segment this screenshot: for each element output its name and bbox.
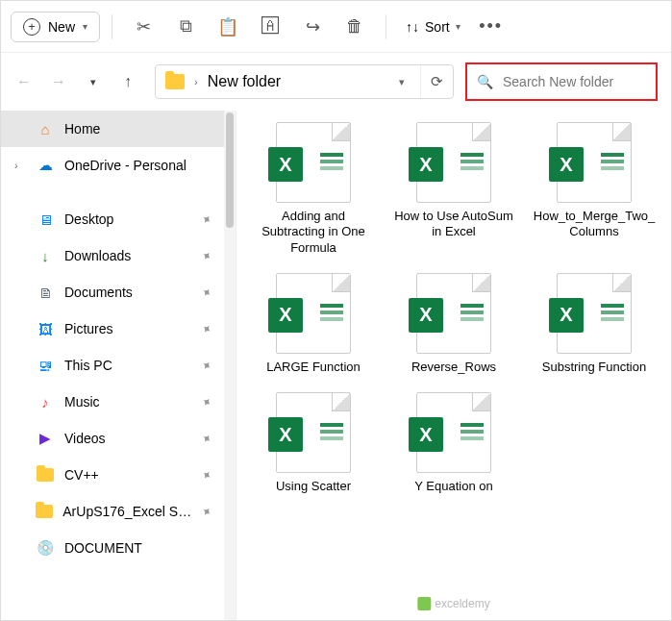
address-bar[interactable]: › New folder ▾ ⟳	[155, 64, 454, 99]
delete-icon[interactable]: 🗑	[336, 8, 374, 46]
toolbar: + New ▾ ✂ ⧉ 📋 🄰 ↪ 🗑 ↑↓ Sort ▾ •••	[1, 1, 671, 53]
excel-file-icon: X	[276, 392, 351, 473]
copy-icon[interactable]: ⧉	[166, 8, 205, 46]
file-name: Reverse_Rows	[411, 360, 496, 375]
sidebar-item-onedrive[interactable]: › ☁ OneDrive - Personal	[1, 147, 236, 184]
pin-icon: ✦	[199, 393, 216, 411]
file-name: How_to_Merge_Two_Columns	[532, 209, 657, 240]
new-button-label: New	[48, 19, 75, 35]
file-name: How to Use AutoSum in Excel	[391, 209, 516, 240]
toolbar-separator	[112, 14, 112, 39]
pin-icon: ✦	[199, 357, 216, 375]
sidebar-separator	[1, 184, 236, 201]
recent-dropdown[interactable]: ▾	[80, 68, 107, 95]
sidebar: ⌂ Home › ☁ OneDrive - Personal 🖥 Desktop…	[1, 111, 236, 621]
file-item[interactable]: X Substring Function	[527, 273, 661, 375]
cloud-icon: ☁	[36, 157, 55, 174]
excel-file-icon: X	[276, 273, 351, 354]
sidebar-item-label: Pictures	[64, 321, 113, 336]
sidebar-item-label: Desktop	[64, 211, 113, 227]
sidebar-item-label: DOCUMENT	[64, 540, 142, 556]
file-pane: X Adding and Subtracting in One Formula …	[236, 111, 671, 621]
sidebar-item-label: Documents	[64, 285, 133, 300]
sidebar-item-home[interactable]: ⌂ Home	[1, 111, 236, 147]
pin-icon: ✦	[199, 430, 216, 448]
watermark: exceldemy	[417, 597, 489, 610]
more-icon[interactable]: •••	[472, 8, 510, 46]
sidebar-item-music[interactable]: ♪ Music ✦	[1, 384, 236, 420]
search-input[interactable]: 🔍 Search New folder	[465, 62, 658, 101]
disc-icon: 💿	[36, 539, 55, 557]
search-placeholder: Search New folder	[503, 74, 613, 89]
sidebar-item-cvpp[interactable]: CV++ ✦	[1, 457, 236, 493]
sidebar-item-label: OneDrive - Personal	[64, 158, 187, 173]
cut-icon[interactable]: ✂	[124, 8, 162, 46]
music-icon: ♪	[36, 394, 55, 410]
rename-icon[interactable]: 🄰	[251, 8, 289, 46]
sidebar-item-label: ArUpS176_Excel Subs	[62, 504, 192, 519]
share-icon[interactable]: ↪	[293, 8, 332, 46]
sidebar-scrollbar[interactable]	[224, 111, 236, 621]
chevron-right-icon: ›	[194, 76, 198, 87]
chevron-down-icon: ▾	[456, 21, 460, 32]
document-icon: 🗎	[36, 285, 55, 301]
file-grid: X Adding and Subtracting in One Formula …	[246, 122, 661, 494]
paste-icon[interactable]: 📋	[209, 8, 247, 46]
nav-row: ← → ▾ ↑ › New folder ▾ ⟳ 🔍 Search New fo…	[1, 53, 671, 111]
excel-file-icon: X	[416, 273, 491, 354]
sidebar-item-label: Videos	[64, 431, 106, 446]
sidebar-item-pictures[interactable]: 🖼 Pictures ✦	[1, 310, 236, 347]
excel-file-icon: X	[276, 122, 351, 203]
file-item[interactable]: X Using Scatter	[246, 392, 381, 494]
up-button[interactable]: ↑	[114, 68, 141, 95]
sidebar-item-label: CV++	[64, 467, 99, 483]
body: ⌂ Home › ☁ OneDrive - Personal 🖥 Desktop…	[1, 111, 671, 621]
pin-icon: ✦	[199, 247, 216, 265]
folder-icon	[36, 468, 55, 482]
file-name: Y Equation on	[414, 479, 492, 494]
chevron-right-icon[interactable]: ›	[14, 160, 26, 171]
pictures-icon: 🖼	[36, 321, 55, 337]
chevron-down-icon[interactable]: ▾	[399, 76, 411, 88]
plus-circle-icon: +	[23, 18, 40, 36]
file-item[interactable]: X Y Equation on	[386, 392, 521, 494]
file-item[interactable]: X Reverse_Rows	[386, 273, 521, 375]
excel-file-icon: X	[416, 392, 491, 473]
path-segment[interactable]: New folder	[208, 73, 281, 90]
sidebar-item-label: Music	[64, 394, 100, 410]
file-item[interactable]: X LARGE Function	[246, 273, 381, 375]
sidebar-item-videos[interactable]: ▶ Videos ✦	[1, 420, 236, 457]
watermark-text: exceldemy	[435, 597, 489, 610]
toolbar-separator	[386, 14, 386, 39]
folder-icon	[35, 505, 53, 518]
scrollbar-thumb[interactable]	[226, 112, 234, 228]
excel-file-icon: X	[557, 122, 632, 203]
refresh-button[interactable]: ⟳	[420, 65, 443, 98]
sidebar-item-documents[interactable]: 🗎 Documents ✦	[1, 274, 236, 310]
forward-button[interactable]: →	[45, 68, 72, 95]
download-icon: ↓	[36, 248, 55, 264]
sidebar-item-downloads[interactable]: ↓ Downloads ✦	[1, 237, 236, 274]
pin-icon: ✦	[199, 466, 216, 484]
pin-icon: ✦	[199, 284, 216, 302]
file-item[interactable]: X How_to_Merge_Two_Columns	[527, 122, 661, 256]
sort-arrows-icon: ↑↓	[406, 19, 419, 35]
sidebar-item-arups[interactable]: ArUpS176_Excel Subs ✦	[1, 493, 236, 530]
sidebar-item-desktop[interactable]: 🖥 Desktop ✦	[1, 201, 236, 237]
file-name: Substring Function	[542, 360, 646, 375]
pc-icon: 🖳	[36, 358, 55, 374]
excel-file-icon: X	[416, 122, 491, 203]
sidebar-item-document[interactable]: 💿 DOCUMENT	[1, 530, 236, 566]
watermark-icon	[417, 597, 431, 610]
back-button[interactable]: ←	[11, 68, 37, 95]
excel-file-icon: X	[557, 273, 632, 354]
search-icon: 🔍	[477, 74, 493, 89]
sidebar-item-label: Downloads	[64, 248, 131, 263]
pin-icon: ✦	[199, 503, 216, 521]
file-item[interactable]: X Adding and Subtracting in One Formula	[246, 122, 381, 256]
sidebar-item-thispc[interactable]: 🖳 This PC ✦	[1, 347, 236, 384]
home-icon: ⌂	[36, 121, 55, 137]
new-button[interactable]: + New ▾	[11, 12, 100, 42]
file-item[interactable]: X How to Use AutoSum in Excel	[386, 122, 521, 256]
sort-button[interactable]: ↑↓ Sort ▾	[398, 13, 468, 40]
